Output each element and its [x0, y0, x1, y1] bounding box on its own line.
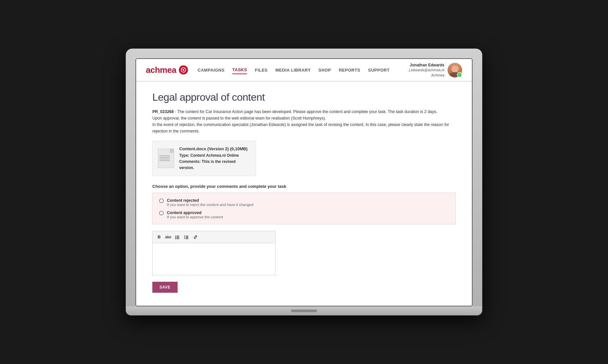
- check-badge: ✓: [457, 72, 462, 77]
- ordered-list-button[interactable]: 1. 2. 3.: [182, 233, 190, 241]
- laptop-frame: achmea CAMPAIGNS TASKS FILES MEDIA LIBRA…: [126, 49, 482, 315]
- description-line3: In the event of rejection, the communica…: [152, 122, 449, 133]
- nav-tasks[interactable]: TASKS: [232, 66, 247, 74]
- nav-menu: CAMPAIGNS TASKS FILES MEDIA LIBRARY SHOP…: [198, 66, 390, 74]
- laptop-screen: achmea CAMPAIGNS TASKS FILES MEDIA LIBRA…: [135, 58, 473, 306]
- svg-rect-11: [186, 238, 188, 239]
- radio-approved-desc: If you want to approve the content: [167, 215, 223, 219]
- file-icon: [158, 149, 174, 168]
- file-info: Content.docx (Version 2) (0,10MB) Type: …: [179, 146, 251, 171]
- radio-option-rejected: Content rejected If you want to reject t…: [159, 198, 449, 207]
- unordered-list-button[interactable]: [173, 233, 181, 241]
- svg-point-0: [175, 235, 176, 236]
- radio-approved-text: Content approved If you want to approve …: [167, 210, 223, 219]
- logo-icon: [179, 65, 188, 74]
- file-line-1: [159, 155, 170, 156]
- nav-files[interactable]: FILES: [255, 66, 267, 74]
- unordered-list-icon: [175, 235, 180, 239]
- svg-rect-5: [177, 238, 179, 239]
- user-name: Jonathan Edwards: [409, 63, 444, 68]
- laptop-base: [126, 306, 482, 315]
- content-area: Legal approval of content PR_023268 - Th…: [136, 82, 472, 305]
- svg-point-4: [175, 238, 176, 239]
- description-line1: - The content for Car Insurance Action p…: [174, 109, 437, 114]
- radio-option-approved: Content approved If you want to approve …: [159, 210, 449, 219]
- file-corner-fold: [170, 149, 174, 153]
- user-company: Achmea: [409, 73, 444, 78]
- nav-campaigns[interactable]: CAMPAIGNS: [198, 66, 225, 74]
- file-line-4: [159, 160, 170, 161]
- link-button[interactable]: [192, 233, 199, 241]
- description-line2: Upon approval, the content is passed to …: [152, 116, 326, 120]
- svg-rect-3: [177, 237, 179, 238]
- save-button[interactable]: SAVE: [152, 282, 178, 293]
- page-title: Legal approval of content: [152, 91, 456, 103]
- radio-approved[interactable]: [159, 211, 164, 215]
- svg-point-2: [175, 237, 176, 238]
- file-comments: Comments: This is the revised version.: [179, 159, 251, 171]
- file-name: Content.docx (Version 2) (0,10MB): [179, 146, 251, 153]
- comment-editor: B abc 1.: [152, 231, 275, 275]
- task-id: PR_023268: [152, 109, 174, 114]
- nav-shop[interactable]: SHOP: [319, 66, 331, 74]
- main-nav: CAMPAIGNS TASKS FILES MEDIA LIBRARY SHOP…: [198, 66, 390, 74]
- bold-button[interactable]: B: [155, 233, 163, 241]
- logo-text: achmea: [146, 65, 176, 75]
- nav-media-library[interactable]: MEDIA LIBRARY: [275, 66, 311, 74]
- file-line-3: [159, 159, 170, 159]
- radio-approved-label: Content approved: [167, 210, 223, 215]
- radio-rejected-desc: If you want to reject the content and ha…: [167, 203, 253, 207]
- comment-textarea[interactable]: [152, 243, 275, 275]
- app-header: achmea CAMPAIGNS TASKS FILES MEDIA LIBRA…: [136, 59, 472, 82]
- options-label: Choose an option, provide your comments …: [152, 184, 456, 189]
- options-section: Choose an option, provide your comments …: [152, 184, 456, 224]
- svg-rect-9: [186, 237, 188, 238]
- file-line-2: [159, 157, 170, 158]
- svg-rect-7: [186, 236, 188, 236]
- svg-rect-1: [177, 236, 179, 236]
- logo-area: achmea: [146, 65, 188, 75]
- radio-rejected-label: Content rejected: [167, 198, 253, 203]
- svg-text:3.: 3.: [184, 237, 186, 239]
- avatar-wrapper: ✓: [448, 63, 462, 77]
- file-icon-lines: [159, 155, 172, 161]
- radio-rejected[interactable]: [159, 199, 164, 203]
- user-email: j.edwards@achmea.nl: [409, 68, 444, 73]
- file-attachment: Content.docx (Version 2) (0,10MB) Type: …: [152, 141, 256, 176]
- nav-support[interactable]: SUPPORT: [368, 66, 390, 74]
- header-left: achmea CAMPAIGNS TASKS FILES MEDIA LIBRA…: [146, 65, 390, 75]
- radio-rejected-text: Content rejected If you want to reject t…: [167, 198, 253, 207]
- nav-reports[interactable]: REPORTS: [339, 66, 360, 74]
- header-right: Jonathan Edwards j.edwards@achmea.nl Ach…: [409, 63, 462, 78]
- options-box: Content rejected If you want to reject t…: [152, 193, 456, 224]
- strikethrough-button[interactable]: abc: [164, 233, 172, 241]
- link-icon: [193, 235, 198, 239]
- laptop-notch: [291, 310, 317, 312]
- user-info: Jonathan Edwards j.edwards@achmea.nl Ach…: [409, 63, 444, 78]
- task-description: PR_023268 - The content for Car Insuranc…: [152, 108, 456, 134]
- file-type: Type: Content Achmea.nl Online: [179, 153, 251, 159]
- editor-toolbar: B abc 1.: [152, 231, 275, 243]
- ordered-list-icon: 1. 2. 3.: [184, 235, 189, 239]
